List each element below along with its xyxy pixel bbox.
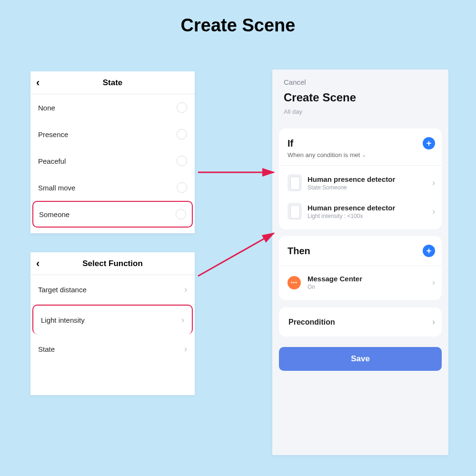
add-action-button[interactable]: + [423,245,435,257]
back-button[interactable]: ‹ [36,258,40,269]
condition-row[interactable]: Human presence detector Light intensity … [288,197,435,226]
chevron-right-icon: › [184,344,187,354]
state-option-label: Small move [38,184,75,192]
action-name: Message Center [307,275,432,283]
radio-icon [177,129,187,139]
svg-line-1 [198,233,274,276]
message-icon [288,276,301,289]
radio-icon [177,182,187,193]
add-condition-button[interactable]: + [423,137,435,149]
chevron-right-icon: › [432,207,435,217]
state-option-small-move[interactable]: Small move [30,174,195,201]
device-icon [288,174,302,191]
if-heading: If [288,138,293,149]
function-item-label: Target distance [38,286,87,294]
condition-name: Human presence detector [307,204,432,212]
function-item-light-intensity[interactable]: Light intensity › [32,305,193,334]
radio-icon [176,209,186,219]
radio-icon [177,156,187,166]
chevron-right-icon: › [181,315,184,325]
chevron-right-icon: › [432,278,435,288]
save-button[interactable]: Save [279,347,442,371]
state-option-someone[interactable]: Someone [32,201,193,228]
state-option-label: Peaceful [38,157,66,165]
condition-row[interactable]: Human presence detector State:Someone › [288,169,435,197]
condition-mode-label: When any condition is met [288,151,360,159]
back-button[interactable]: ‹ [36,78,40,88]
radio-icon [177,102,187,113]
function-item-state[interactable]: State › [30,334,195,364]
state-panel: ‹ State None Presence Peaceful Small mov… [30,71,195,233]
condition-mode-selector[interactable]: When any condition is met ⌄ [288,151,435,159]
state-option-label: Presence [38,130,68,139]
chevron-right-icon: › [184,285,187,295]
if-card: If + When any condition is met ⌄ Human p… [279,129,442,229]
divider [279,165,442,166]
action-detail: On [307,284,432,290]
plus-icon: + [426,139,432,148]
precondition-label: Precondition [288,318,335,327]
plus-icon: + [426,247,432,255]
function-panel-header: ‹ Select Function [30,252,195,275]
scene-panel: Cancel Create Scene All day If + When an… [272,69,448,455]
function-item-label: Light intensity [41,316,85,324]
chevron-right-icon: › [432,317,435,327]
scene-title: Create Scene [284,91,440,104]
state-option-label: None [38,104,55,112]
precondition-row[interactable]: Precondition › [279,307,442,337]
state-panel-title: State [30,78,195,88]
state-option-presence[interactable]: Presence [30,121,195,148]
state-option-none[interactable]: None [30,94,195,121]
function-panel-title: Select Function [30,259,195,268]
function-panel: ‹ Select Function Target distance › Ligh… [30,252,195,395]
function-item-target-distance[interactable]: Target distance › [30,275,195,305]
divider [279,266,442,266]
time-range[interactable]: All day [284,108,440,115]
function-item-label: State [38,345,55,353]
chevron-right-icon: › [432,178,435,188]
then-heading: Then [288,246,310,257]
condition-detail: Light intensity : <100x [307,213,432,219]
save-button-label: Save [351,354,370,364]
page-title: Create Scene [0,0,476,36]
cancel-button[interactable]: Cancel [284,78,440,86]
then-card: Then + Message Center On › [279,236,442,300]
condition-detail: State:Someone [307,184,432,191]
chevron-down-icon: ⌄ [362,152,366,158]
device-icon [288,203,302,220]
state-option-label: Someone [39,210,69,218]
state-option-peaceful[interactable]: Peaceful [30,148,195,174]
state-panel-header: ‹ State [30,71,195,94]
action-row[interactable]: Message Center On › [288,269,435,296]
condition-name: Human presence detector [307,175,432,183]
